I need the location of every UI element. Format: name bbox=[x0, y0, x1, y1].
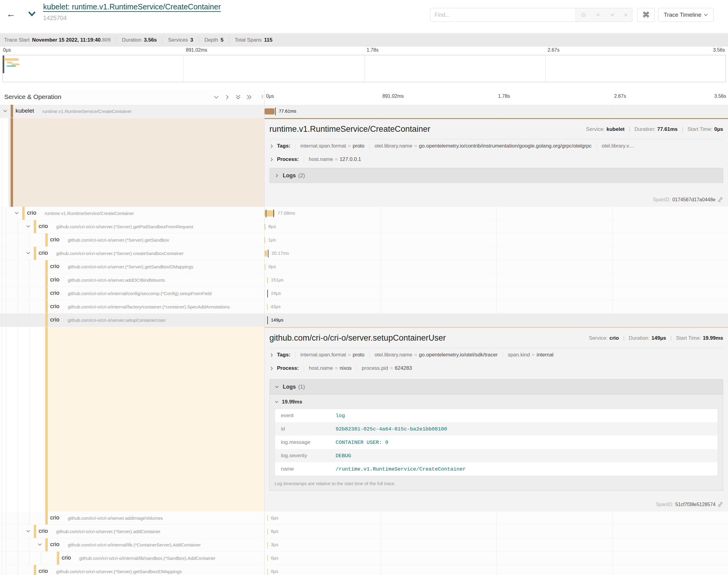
span-row[interactable]: criogithub.com/cri-o/cri-o/internal/lib.… bbox=[0, 538, 728, 552]
collapse-one-double-chevron-right-icon[interactable] bbox=[246, 94, 252, 100]
span-detail-panel: github.com/cri-o/cri-o/server.setupConta… bbox=[265, 327, 728, 512]
span-duration-bar[interactable] bbox=[267, 555, 268, 561]
timeline-gridline bbox=[496, 538, 497, 551]
summary-label: Depth bbox=[204, 37, 218, 43]
span-timeline-cell[interactable]: 8μs bbox=[265, 220, 728, 233]
span-timeline-cell[interactable]: 20.17ms bbox=[265, 247, 728, 260]
process-row[interactable]: Process:host.name=nixosprocess.pid=62428… bbox=[269, 362, 723, 375]
span-duration-bar[interactable] bbox=[265, 250, 267, 257]
find-input[interactable] bbox=[430, 8, 575, 22]
span-name-cell: criogithub.com/cri-o/cri-o/internal/lib/… bbox=[0, 552, 265, 565]
span-duration-bar[interactable] bbox=[267, 515, 268, 521]
span-duration-bar[interactable] bbox=[265, 237, 265, 243]
span-row[interactable]: criogithub.com/cri-o/cri-o/server.(*Serv… bbox=[0, 260, 728, 274]
indent-guide bbox=[2, 287, 2, 300]
logs-expanded-bar[interactable]: Logs(1) bbox=[270, 379, 723, 395]
span-row[interactable]: criogithub.com/cri-o/cri-o/server.(*Serv… bbox=[0, 247, 728, 260]
trace-summary-item: Duration3.56s bbox=[116, 37, 162, 43]
span-timeline-cell[interactable]: 1μs bbox=[265, 233, 728, 246]
expand-all-double-chevron-down-icon[interactable] bbox=[235, 94, 241, 100]
collapse-trace-chevron-icon[interactable] bbox=[28, 10, 36, 18]
span-duration-bar[interactable] bbox=[265, 224, 265, 230]
span-duration-bar[interactable] bbox=[267, 542, 268, 548]
logs-collapsed-bar[interactable]: Logs(2) bbox=[269, 168, 723, 183]
span-color-bar bbox=[34, 247, 36, 260]
span-row[interactable]: criogithub.com/cri-o/cri-o/internal/fact… bbox=[0, 300, 728, 314]
span-name-cell: criogithub.com/cri-o/cri-o/server.setupC… bbox=[0, 314, 265, 327]
prev-result-chevron-up-icon[interactable] bbox=[595, 12, 601, 18]
span-row[interactable]: kubeletruntime.v1.RuntimeService/CreateC… bbox=[0, 105, 728, 118]
span-timeline-cell[interactable]: 77.08ms bbox=[265, 207, 728, 220]
timeline-gridline bbox=[612, 274, 613, 286]
span-row[interactable]: crioruntime.v1.RuntimeService/CreateCont… bbox=[0, 207, 728, 220]
span-timeline-cell[interactable]: 77.61ms bbox=[265, 105, 728, 118]
span-timeline-cell[interactable]: 0μs bbox=[265, 552, 728, 565]
collapse-children-chevron-icon[interactable] bbox=[3, 109, 8, 113]
indent-guide bbox=[41, 552, 41, 565]
detail-title-row: runtime.v1.RuntimeService/CreateContaine… bbox=[269, 125, 723, 135]
collapse-children-chevron-icon[interactable] bbox=[26, 251, 31, 256]
collapse-children-chevron-icon[interactable] bbox=[26, 529, 31, 534]
expand-one-chevron-right-icon[interactable] bbox=[224, 94, 230, 100]
collapse-all-chevron-down-icon[interactable] bbox=[213, 94, 219, 100]
span-duration-bar[interactable] bbox=[267, 304, 268, 310]
process-row[interactable]: Process:host.name=127.0.0.1 bbox=[269, 153, 723, 166]
tags-row[interactable]: Tags:internal.span.format=protootel.libr… bbox=[269, 139, 723, 153]
indent-guide bbox=[6, 220, 6, 233]
span-row[interactable]: criogithub.com/cri-o/cri-o/internal/conf… bbox=[0, 287, 728, 300]
log-field-value: log bbox=[336, 413, 345, 419]
span-row[interactable]: criogithub.com/cri-o/cri-o/internal/lib/… bbox=[0, 552, 728, 565]
tags-row[interactable]: Tags:internal.span.format=protootel.libr… bbox=[269, 348, 723, 362]
collapse-children-chevron-icon[interactable] bbox=[37, 542, 42, 547]
keyboard-shortcuts-button[interactable]: ⌘ bbox=[637, 8, 655, 22]
span-row[interactable]: criogithub.com/cri-o/cri-o/server.(*Serv… bbox=[0, 233, 728, 247]
column-resize-handle[interactable]: ‖ bbox=[261, 94, 264, 100]
back-arrow-icon[interactable]: ← bbox=[5, 8, 17, 20]
span-color-bar bbox=[45, 260, 48, 273]
deep-link-icon[interactable] bbox=[717, 197, 723, 202]
span-timeline-cell[interactable]: 151μs bbox=[265, 274, 728, 286]
log-entry-header[interactable]: 19.99ms bbox=[274, 399, 718, 405]
meta-label: Start Time: bbox=[688, 126, 713, 132]
log-field-row: id92b82381-025c-4a64-815c-ba2e1bb08100 bbox=[275, 422, 718, 436]
span-service-name: crio bbox=[39, 249, 48, 256]
timeline-gridline bbox=[380, 300, 381, 313]
span-duration-bar[interactable] bbox=[267, 569, 268, 575]
span-timeline-cell[interactable]: 0μs bbox=[265, 260, 728, 273]
span-row[interactable]: criogithub.com/cri-o/cri-o/server.(*Serv… bbox=[0, 220, 728, 233]
next-result-chevron-down-icon[interactable] bbox=[609, 12, 615, 18]
timeline-gridline bbox=[380, 512, 381, 525]
span-row[interactable]: criogithub.com/cri-o/cri-o/server.setupC… bbox=[0, 314, 728, 327]
focus-target-icon[interactable] bbox=[581, 12, 587, 18]
span-row[interactable]: criogithub.com/cri-o/cri-o/server.(*Serv… bbox=[0, 525, 728, 538]
span-timeline-cell[interactable]: 0μs bbox=[265, 512, 728, 525]
span-timeline-cell[interactable]: 0μs bbox=[265, 565, 728, 575]
span-timeline-cell[interactable]: 24μs bbox=[265, 287, 728, 300]
span-timeline-cell[interactable]: 149μs bbox=[265, 314, 728, 327]
deep-link-icon[interactable] bbox=[717, 502, 723, 507]
trace-view-dropdown[interactable]: Trace Timeline bbox=[658, 8, 714, 22]
span-service-name: crio bbox=[62, 554, 71, 561]
span-duration-bar[interactable] bbox=[267, 277, 268, 283]
timeline-gridline bbox=[612, 207, 613, 220]
span-operation-name: github.com/cri-o/cri-o/server.(*Server).… bbox=[56, 224, 193, 229]
trace-title-link[interactable]: kubelet: runtime.v1.RuntimeService/Creat… bbox=[43, 2, 221, 11]
span-row[interactable]: criogithub.com/cri-o/cri-o/server.(*Serv… bbox=[0, 565, 728, 575]
span-row[interactable]: criogithub.com/cri-o/cri-o/server.addIma… bbox=[0, 512, 728, 525]
span-duration-bar[interactable] bbox=[267, 529, 268, 535]
collapse-children-chevron-icon[interactable] bbox=[14, 211, 19, 215]
summary-value: November 15 2022, 11:19:40 bbox=[32, 37, 101, 43]
span-duration-bar[interactable] bbox=[265, 108, 274, 114]
span-duration-bar[interactable] bbox=[265, 264, 265, 270]
span-timeline-cell[interactable]: 3μs bbox=[265, 538, 728, 551]
span-name-cell: kubeletruntime.v1.RuntimeService/CreateC… bbox=[0, 105, 265, 118]
span-timeline-cell[interactable]: 6μs bbox=[265, 525, 728, 538]
span-row[interactable]: criogithub.com/cri-o/cri-o/server.addOCI… bbox=[0, 274, 728, 287]
timeline-minimap[interactable] bbox=[2, 55, 726, 82]
clear-search-icon[interactable]: × bbox=[624, 11, 628, 19]
chevron-right-icon bbox=[269, 144, 274, 148]
collapse-children-chevron-icon[interactable] bbox=[26, 224, 31, 229]
span-timeline-cell[interactable]: 43μs bbox=[265, 300, 728, 313]
tag-item: host.name=nixos bbox=[304, 365, 357, 371]
span-name-cell: crioruntime.v1.RuntimeService/CreateCont… bbox=[0, 207, 265, 220]
